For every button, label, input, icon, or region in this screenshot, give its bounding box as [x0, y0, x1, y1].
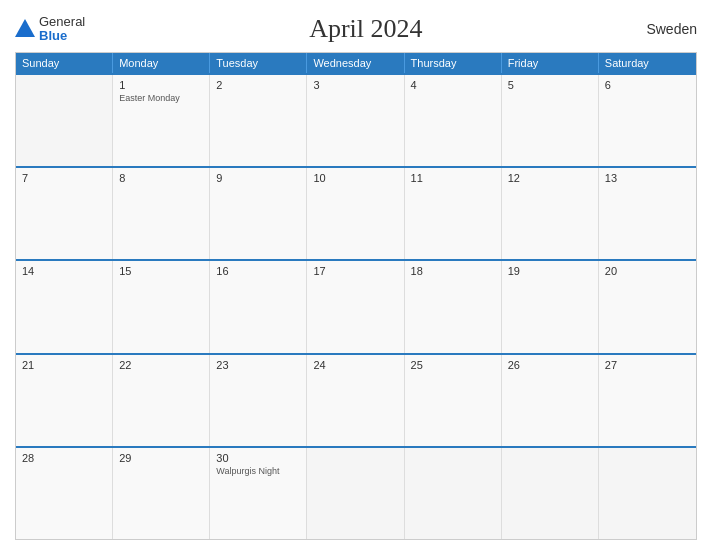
day-cell: 16 — [210, 261, 307, 352]
day-cell: 25 — [405, 355, 502, 446]
day-number: 25 — [411, 359, 495, 371]
day-number: 28 — [22, 452, 106, 464]
day-number: 3 — [313, 79, 397, 91]
days-header: SundayMondayTuesdayWednesdayThursdayFrid… — [16, 53, 696, 73]
logo-triangle-icon — [15, 19, 35, 37]
day-number: 15 — [119, 265, 203, 277]
day-number: 18 — [411, 265, 495, 277]
day-cell: 26 — [502, 355, 599, 446]
day-number: 5 — [508, 79, 592, 91]
day-number: 13 — [605, 172, 690, 184]
day-cell: 7 — [16, 168, 113, 259]
day-header-wednesday: Wednesday — [307, 53, 404, 73]
day-number: 30 — [216, 452, 300, 464]
day-header-tuesday: Tuesday — [210, 53, 307, 73]
day-cell: 24 — [307, 355, 404, 446]
header: General Blue April 2024 Sweden — [15, 10, 697, 52]
event-label: Walpurgis Night — [216, 466, 300, 476]
day-cell: 21 — [16, 355, 113, 446]
day-number: 4 — [411, 79, 495, 91]
day-cell: 10 — [307, 168, 404, 259]
day-cell — [502, 448, 599, 539]
week-row-2: 78910111213 — [16, 166, 696, 259]
week-row-3: 14151617181920 — [16, 259, 696, 352]
day-cell — [405, 448, 502, 539]
calendar-title: April 2024 — [309, 14, 422, 44]
day-number: 2 — [216, 79, 300, 91]
day-cell: 15 — [113, 261, 210, 352]
day-cell: 28 — [16, 448, 113, 539]
day-header-friday: Friday — [502, 53, 599, 73]
day-number: 20 — [605, 265, 690, 277]
day-cell: 30Walpurgis Night — [210, 448, 307, 539]
day-cell: 3 — [307, 75, 404, 166]
day-number: 29 — [119, 452, 203, 464]
day-number: 7 — [22, 172, 106, 184]
day-number: 22 — [119, 359, 203, 371]
day-cell: 1Easter Monday — [113, 75, 210, 166]
day-header-thursday: Thursday — [405, 53, 502, 73]
day-number: 1 — [119, 79, 203, 91]
logo: General Blue — [15, 15, 85, 44]
day-number: 14 — [22, 265, 106, 277]
day-number: 27 — [605, 359, 690, 371]
day-cell — [599, 448, 696, 539]
page: General Blue April 2024 Sweden SundayMon… — [0, 0, 712, 550]
day-number: 17 — [313, 265, 397, 277]
day-cell: 27 — [599, 355, 696, 446]
day-header-monday: Monday — [113, 53, 210, 73]
day-cell: 23 — [210, 355, 307, 446]
week-row-1: 1Easter Monday23456 — [16, 73, 696, 166]
logo-text: General Blue — [39, 15, 85, 44]
day-cell: 4 — [405, 75, 502, 166]
day-number: 23 — [216, 359, 300, 371]
day-cell: 12 — [502, 168, 599, 259]
day-cell: 29 — [113, 448, 210, 539]
day-cell: 9 — [210, 168, 307, 259]
day-header-sunday: Sunday — [16, 53, 113, 73]
day-number: 6 — [605, 79, 690, 91]
day-number: 10 — [313, 172, 397, 184]
day-number: 19 — [508, 265, 592, 277]
day-number: 21 — [22, 359, 106, 371]
logo-general: General — [39, 15, 85, 29]
day-cell: 2 — [210, 75, 307, 166]
calendar: SundayMondayTuesdayWednesdayThursdayFrid… — [15, 52, 697, 540]
day-number: 8 — [119, 172, 203, 184]
day-cell — [16, 75, 113, 166]
day-cell — [307, 448, 404, 539]
day-cell: 17 — [307, 261, 404, 352]
weeks-container: 1Easter Monday23456789101112131415161718… — [16, 73, 696, 539]
day-header-saturday: Saturday — [599, 53, 696, 73]
day-number: 26 — [508, 359, 592, 371]
day-cell: 14 — [16, 261, 113, 352]
day-number: 24 — [313, 359, 397, 371]
day-cell: 19 — [502, 261, 599, 352]
country-label: Sweden — [646, 21, 697, 37]
day-cell: 18 — [405, 261, 502, 352]
day-cell: 6 — [599, 75, 696, 166]
day-number: 12 — [508, 172, 592, 184]
day-cell: 5 — [502, 75, 599, 166]
day-number: 11 — [411, 172, 495, 184]
week-row-5: 282930Walpurgis Night — [16, 446, 696, 539]
day-number: 9 — [216, 172, 300, 184]
week-row-4: 21222324252627 — [16, 353, 696, 446]
day-cell: 20 — [599, 261, 696, 352]
day-number: 16 — [216, 265, 300, 277]
event-label: Easter Monday — [119, 93, 203, 103]
day-cell: 13 — [599, 168, 696, 259]
logo-blue: Blue — [39, 29, 85, 43]
day-cell: 8 — [113, 168, 210, 259]
day-cell: 11 — [405, 168, 502, 259]
day-cell: 22 — [113, 355, 210, 446]
